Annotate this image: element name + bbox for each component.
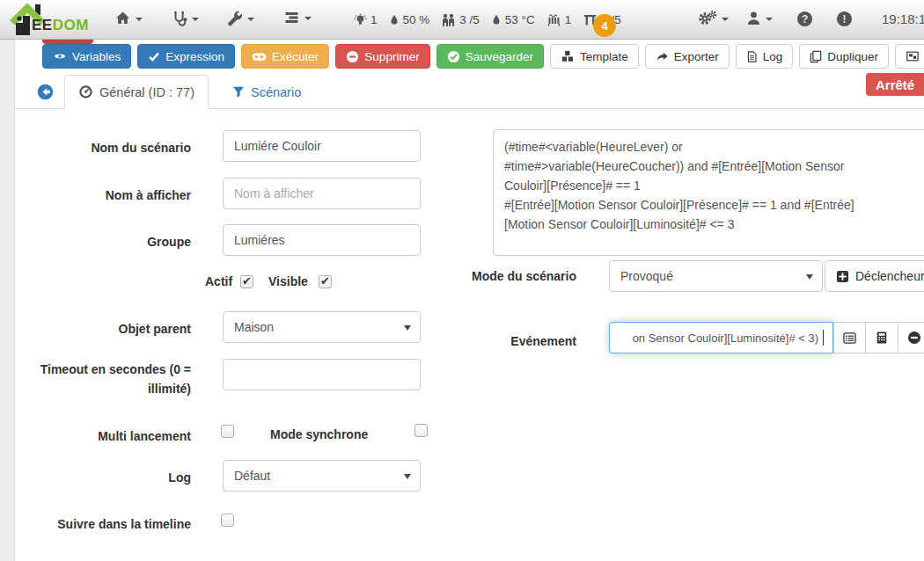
- eye-icon: [53, 50, 67, 62]
- clock: 19:18:1: [882, 11, 924, 26]
- file-text-icon: [746, 50, 758, 63]
- status-value: 1: [565, 13, 572, 26]
- views-menu[interactable]: [283, 11, 312, 25]
- display-name-input[interactable]: [223, 178, 421, 209]
- multi-launch-checkbox[interactable]: [221, 425, 234, 438]
- jeedom-logo[interactable]: EEDOM: [9, 2, 110, 39]
- scenario-toolbar: Variables Expression Exécuter Supprimer …: [42, 44, 924, 69]
- caret-down-icon: [766, 18, 773, 21]
- multi-launch-label: Multi lancement: [19, 426, 191, 446]
- active-checkbox[interactable]: [240, 275, 253, 288]
- sync-mode-checkbox[interactable]: [414, 424, 428, 437]
- status-value: 50 %: [403, 13, 430, 26]
- page-left-margin: [0, 40, 15, 561]
- visible-checkbox[interactable]: [319, 275, 332, 288]
- arrow-circle-left-icon: [37, 84, 54, 100]
- tab-general[interactable]: Général (ID : 77): [64, 75, 209, 109]
- brand-dark: EE: [32, 17, 53, 33]
- scenario-mode-select[interactable]: Provoqué: [609, 260, 823, 292]
- button-label: Log: [763, 50, 783, 63]
- svg-text:!: !: [843, 13, 847, 26]
- duplicate-button[interactable]: Dupliquer: [799, 44, 889, 69]
- expression-button[interactable]: Expression: [137, 44, 235, 69]
- svg-text:?: ?: [802, 13, 808, 26]
- remove-trigger-button[interactable]: [898, 322, 924, 353]
- timeout-input[interactable]: [223, 359, 421, 390]
- jeedom-scenario-page: EEDOM 1: [0, 0, 924, 561]
- tab-scenario[interactable]: Scénario: [219, 75, 314, 109]
- variables-button[interactable]: Variables: [42, 44, 131, 69]
- occupants-icon: [441, 13, 456, 27]
- notification-badge[interactable]: 4: [593, 14, 616, 37]
- delete-button[interactable]: Supprimer: [335, 44, 429, 69]
- status-humidity: 50 %: [389, 13, 430, 26]
- timeline-checkbox[interactable]: [221, 514, 234, 527]
- execute-button[interactable]: Exécuter: [241, 44, 329, 69]
- brand-text: EEDOM: [32, 17, 89, 34]
- filter-icon: [232, 85, 245, 98]
- caret-down-icon: [304, 17, 312, 20]
- select-command-button[interactable]: [833, 322, 866, 353]
- settings-menu[interactable]: [698, 11, 729, 26]
- exclamation-circle-icon: !: [836, 11, 853, 27]
- event-trigger-input[interactable]: on Sensor Couloir][Luminosité]# < 3): [609, 322, 833, 353]
- check-icon: [148, 51, 160, 62]
- status-summary[interactable]: 1 50 % 3 /5 53 °C: [354, 0, 621, 40]
- button-label: Supprimer: [364, 50, 419, 63]
- add-trigger-button[interactable]: Déclencheur: [825, 260, 924, 292]
- template-button[interactable]: Template: [550, 44, 639, 69]
- condition-textarea[interactable]: (#time#<variable(HeureLever) or #time#>v…: [493, 129, 924, 256]
- status-heater: 1: [546, 13, 572, 27]
- status-value: 1: [370, 13, 378, 26]
- user-icon: [746, 11, 761, 26]
- log-label: Log: [19, 468, 191, 487]
- help-button[interactable]: ?: [796, 11, 813, 27]
- humidity-icon: [389, 13, 400, 26]
- status-occupants: 3 /5: [441, 13, 480, 27]
- button-label: Exécuter: [272, 50, 319, 63]
- status-value: 3 /5: [459, 13, 480, 26]
- dashboard-icon: [78, 84, 93, 99]
- visible-label: Visible: [268, 274, 308, 288]
- log-button[interactable]: Log: [736, 44, 794, 69]
- expression-builder-button[interactable]: [866, 322, 898, 353]
- button-label: Template: [580, 50, 628, 63]
- button-label: Sauvegarder: [466, 50, 533, 63]
- event-value: on Sensor Couloir][Luminosité]# < 3): [633, 332, 818, 345]
- minus-circle-icon: [346, 50, 359, 63]
- caret-down-icon: [247, 18, 254, 21]
- tab-label: Scénario: [251, 85, 301, 99]
- parent-object-select[interactable]: Maison: [223, 311, 421, 343]
- health-menu[interactable]: [172, 11, 199, 26]
- status-light: 1: [354, 13, 378, 27]
- tools-menu[interactable]: [227, 11, 254, 26]
- active-label: Actif: [205, 274, 232, 288]
- alerts-button[interactable]: !: [836, 11, 853, 27]
- home-icon: [114, 11, 131, 26]
- select-value: Maison: [234, 320, 274, 334]
- back-tab[interactable]: [24, 75, 67, 109]
- user-menu[interactable]: [746, 11, 773, 26]
- cubes-icon: [561, 50, 575, 62]
- button-label: Variables: [72, 50, 121, 63]
- light-icon: [354, 13, 367, 27]
- top-navbar: EEDOM 1: [0, 0, 924, 40]
- button-label: Déclencheur: [855, 269, 924, 283]
- links-button[interactable]: Liens: [895, 44, 924, 69]
- wrench-icon: [227, 11, 243, 26]
- export-button[interactable]: Exporter: [645, 44, 730, 69]
- health-icon: [172, 11, 187, 26]
- log-select[interactable]: Défaut: [223, 460, 421, 492]
- event-label: Evénement: [405, 332, 576, 351]
- list-alt-icon: [842, 332, 857, 345]
- plus-square-icon: [836, 270, 849, 283]
- share-arrow-icon: [656, 50, 669, 62]
- button-label: Exporter: [674, 50, 719, 63]
- caret-down-icon: [136, 18, 143, 21]
- home-menu[interactable]: [114, 11, 143, 26]
- button-label: Expression: [165, 50, 224, 63]
- save-button[interactable]: Sauvegarder: [436, 44, 544, 69]
- timeline-label: Suivre dans la timeline: [19, 514, 191, 534]
- group-input[interactable]: [223, 224, 421, 256]
- scenario-name-input[interactable]: [223, 130, 421, 162]
